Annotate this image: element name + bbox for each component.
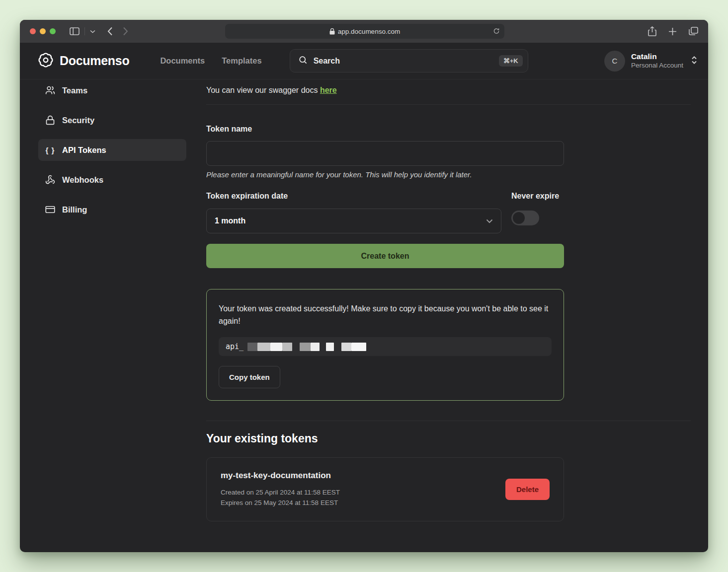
divider: [206, 421, 691, 421]
sidebar-item-label: Billing: [62, 205, 87, 214]
token-created-message: Your token was created successfully! Mak…: [219, 302, 552, 327]
chevrons-up-down-icon: [690, 56, 698, 67]
api-tokens-panel: You can view our swagger docs here Token…: [186, 79, 708, 552]
zoom-window-button[interactable]: [50, 28, 56, 34]
browser-chrome: app.documenso.com: [20, 20, 708, 43]
divider: [84, 27, 85, 35]
token-expiration-label: Token expiration date: [206, 192, 501, 201]
swagger-docs-prefix: You can view our swagger docs: [206, 86, 320, 94]
settings-sidebar: Teams Security { } API Tokens: [20, 79, 186, 552]
documenso-logo-icon: [38, 52, 54, 70]
token-name-label: Token name: [206, 125, 691, 134]
sidebar-item-label: Security: [62, 116, 94, 125]
divider: [206, 104, 691, 105]
copy-token-button[interactable]: Copy token: [219, 366, 280, 388]
chevron-down-icon[interactable]: [90, 30, 95, 33]
sidebar-item-label: Webhooks: [62, 175, 103, 185]
never-expire-label: Never expire: [511, 192, 564, 201]
never-expire-toggle[interactable]: [511, 211, 539, 225]
token-card: my-test-key-documentation Created on 25 …: [206, 457, 564, 521]
brand[interactable]: Documenso: [38, 52, 129, 70]
browser-window: app.documenso.com: [20, 20, 708, 552]
share-icon[interactable]: [648, 26, 656, 36]
token-redacted-value: [247, 343, 366, 351]
token-name-help-text: Please enter a meaningful name for your …: [206, 170, 691, 179]
token-value-field: api_: [219, 337, 552, 356]
existing-tokens-heading: Your existing tokens: [206, 432, 691, 445]
webhook-icon: [45, 175, 56, 185]
traffic-lights: [30, 28, 56, 34]
token-expiration-select[interactable]: 1 month: [206, 209, 501, 233]
minimize-window-button[interactable]: [40, 28, 46, 34]
delete-token-button[interactable]: Delete: [505, 479, 550, 500]
token-expiration-value: 1 month: [215, 216, 245, 225]
lock-icon: [45, 115, 56, 125]
sidebar-item-api-tokens[interactable]: { } API Tokens: [38, 139, 186, 161]
search-icon: [298, 55, 308, 67]
users-icon: [45, 85, 56, 95]
close-window-button[interactable]: [30, 28, 36, 34]
swagger-docs-link[interactable]: here: [320, 86, 337, 94]
chevron-down-icon: [486, 216, 493, 225]
token-name-input[interactable]: [206, 141, 564, 166]
create-token-button[interactable]: Create token: [206, 244, 564, 268]
sidebar-item-teams[interactable]: Teams: [38, 79, 186, 101]
swagger-docs-text: You can view our swagger docs here: [206, 85, 691, 95]
sidebar-item-label: API Tokens: [62, 145, 106, 155]
account-type: Personal Account: [631, 62, 683, 70]
nav-templates[interactable]: Templates: [222, 56, 261, 66]
reload-icon[interactable]: [493, 27, 500, 35]
toggle-knob: [513, 212, 525, 224]
account-menu[interactable]: C Catalin Personal Account: [604, 51, 698, 72]
sidebar-toggle-icon[interactable]: [70, 27, 80, 35]
sidebar-item-webhooks[interactable]: Webhooks: [38, 169, 186, 191]
search-input[interactable]: Search ⌘+K: [290, 49, 528, 72]
new-tab-icon[interactable]: [668, 27, 677, 36]
forward-button[interactable]: [123, 27, 128, 36]
tab-overview-icon[interactable]: [689, 27, 698, 36]
token-prefix: api_: [226, 342, 243, 351]
search-placeholder: Search: [314, 57, 340, 66]
sidebar-item-security[interactable]: Security: [38, 109, 186, 131]
credit-card-icon: [45, 205, 56, 214]
braces-icon: { }: [45, 146, 56, 154]
avatar: C: [604, 51, 625, 72]
token-expires-date: Expires on 25 May 2024 at 11:58 EEST: [221, 498, 340, 508]
sidebar-item-billing[interactable]: Billing: [38, 199, 186, 220]
token-created-date: Created on 25 April 2024 at 11:58 EEST: [221, 487, 340, 498]
account-name: Catalin: [631, 52, 683, 61]
back-button[interactable]: [107, 27, 113, 36]
sidebar-item-label: Teams: [62, 86, 87, 95]
top-navigation: Documents Templates: [160, 56, 261, 66]
search-shortcut-badge: ⌘+K: [499, 55, 523, 67]
url-text: app.documenso.com: [338, 28, 400, 35]
lock-icon: [329, 28, 335, 35]
token-created-alert: Your token was created successfully! Mak…: [206, 289, 564, 401]
address-bar[interactable]: app.documenso.com: [225, 24, 504, 39]
brand-name: Documenso: [60, 54, 129, 68]
token-card-name: my-test-key-documentation: [221, 471, 340, 481]
token-card-dates: Created on 25 April 2024 at 11:58 EEST E…: [221, 487, 340, 508]
nav-documents[interactable]: Documents: [160, 56, 205, 66]
app-header: Documenso Documents Templates Search ⌘+K…: [20, 43, 708, 79]
